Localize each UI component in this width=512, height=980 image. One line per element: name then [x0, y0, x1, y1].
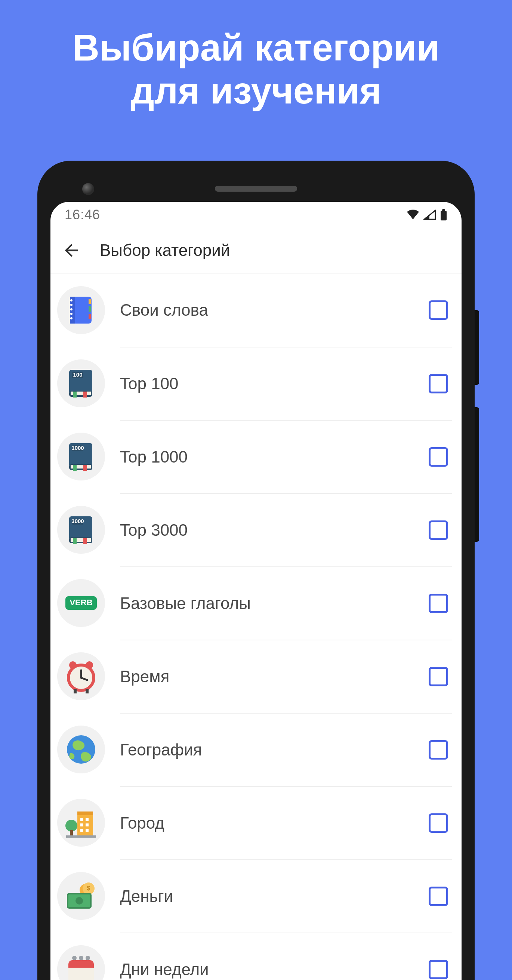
category-row-main: География: [120, 713, 452, 786]
category-row-days[interactable]: Дни недели: [57, 932, 452, 980]
svg-text:1000: 1000: [72, 445, 84, 451]
category-label: Дни недели: [120, 960, 209, 979]
category-label: Деньги: [120, 887, 173, 906]
svg-text:VERB: VERB: [70, 598, 92, 607]
category-row-top3000[interactable]: 3000 Top 3000: [57, 493, 452, 566]
calendar-icon: [57, 945, 105, 980]
category-row-verbs[interactable]: VERB Базовые глаголы: [57, 566, 452, 640]
phone-notch: [51, 176, 461, 202]
phone-frame: 16:46 Выбор категорий Свои слова 100: [37, 161, 475, 980]
category-row-own[interactable]: Свои слова: [57, 274, 452, 347]
category-row-money[interactable]: Деньги: [57, 859, 452, 932]
promo-title: Выбирай категории для изучения: [0, 0, 512, 112]
category-row-main: Город: [120, 786, 452, 859]
camera-icon: [82, 183, 94, 195]
back-button[interactable]: [62, 240, 81, 260]
svg-rect-0: [440, 211, 447, 220]
page-title: Выбор категорий: [100, 241, 230, 260]
category-list: Свои слова 100 Top 100 1000 Top 1000 300…: [51, 274, 461, 980]
status-bar: 16:46: [51, 202, 461, 228]
category-row-time[interactable]: Время: [57, 640, 452, 713]
screen: 16:46 Выбор категорий Свои слова 100: [51, 202, 461, 980]
speaker-icon: [215, 186, 297, 192]
signal-icon: [423, 210, 436, 220]
globe-icon: [57, 725, 105, 773]
category-checkbox[interactable]: [429, 740, 448, 760]
category-row-city[interactable]: Город: [57, 786, 452, 859]
verb-icon: VERB: [57, 579, 105, 627]
category-row-main: Top 100: [120, 347, 452, 420]
category-checkbox[interactable]: [429, 301, 448, 320]
category-label: Top 100: [120, 374, 179, 393]
category-checkbox[interactable]: [429, 960, 448, 979]
svg-text:3000: 3000: [72, 518, 84, 524]
category-row-geo[interactable]: География: [57, 713, 452, 786]
category-checkbox[interactable]: [429, 594, 448, 613]
category-row-top100[interactable]: 100 Top 100: [57, 347, 452, 420]
category-row-main: Дни недели: [120, 932, 452, 980]
category-checkbox[interactable]: [429, 667, 448, 686]
category-label: География: [120, 740, 202, 759]
notebook-icon: [57, 286, 105, 334]
category-label: Время: [120, 667, 169, 686]
category-label: Top 3000: [120, 521, 188, 539]
category-row-main: Деньги: [120, 859, 452, 932]
category-row-main: Top 3000: [120, 493, 452, 566]
category-checkbox[interactable]: [429, 520, 448, 540]
battery-icon: [440, 209, 447, 220]
city-icon: [57, 799, 105, 846]
app-bar: Выбор категорий: [51, 228, 461, 273]
category-checkbox[interactable]: [429, 886, 448, 906]
svg-rect-1: [442, 209, 445, 211]
status-icons: [406, 209, 447, 220]
category-checkbox[interactable]: [429, 374, 448, 393]
category-row-main: Top 1000: [120, 420, 452, 493]
category-label: Top 1000: [120, 448, 188, 466]
category-label: Базовые глаголы: [120, 594, 251, 613]
phone-side-button: [475, 407, 479, 542]
status-time: 16:46: [65, 207, 100, 223]
category-row-main: Время: [120, 640, 452, 713]
category-label: Свои слова: [120, 301, 208, 320]
category-label: Город: [120, 814, 164, 832]
category-checkbox[interactable]: [429, 447, 448, 467]
money-icon: [57, 872, 105, 920]
promo-line-2: для изучения: [0, 69, 512, 112]
book-icon: 1000: [57, 433, 105, 480]
wifi-icon: [406, 210, 420, 220]
category-row-top1000[interactable]: 1000 Top 1000: [57, 420, 452, 493]
phone-side-button: [475, 310, 479, 385]
category-row-main: Свои слова: [120, 274, 452, 347]
clock-icon: [57, 652, 105, 700]
promo-line-1: Выбирай категории: [0, 26, 512, 69]
arrow-left-icon: [62, 240, 81, 260]
book-icon: 3000: [57, 506, 105, 554]
category-row-main: Базовые глаголы: [120, 566, 452, 640]
category-checkbox[interactable]: [429, 813, 448, 833]
book-icon: 100: [57, 360, 105, 407]
svg-text:100: 100: [73, 371, 82, 378]
